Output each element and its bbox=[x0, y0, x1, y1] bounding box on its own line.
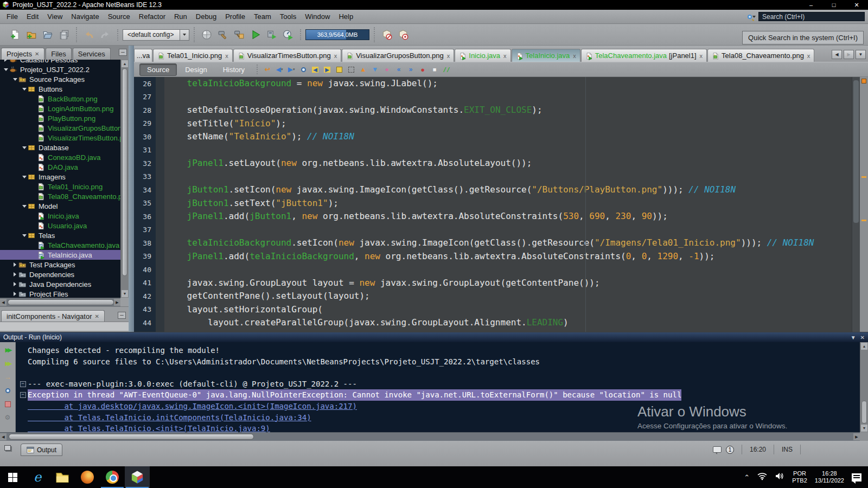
tab-services[interactable]: Services bbox=[73, 48, 111, 60]
tree-collapse-icon[interactable] bbox=[21, 234, 28, 237]
editor-tab-tela08-chaveamento-png[interactable]: Tela08_Chaveamento.pngx bbox=[707, 49, 814, 62]
run-arrow-icon[interactable]: → bbox=[2, 372, 13, 382]
tab-navigator[interactable]: initComponents - Navigator ✕ bbox=[1, 310, 105, 322]
output-horizontal-scrollbar[interactable]: ◀ ▶ bbox=[0, 432, 860, 441]
scrollbar-thumb[interactable] bbox=[122, 68, 127, 276]
action-center-icon[interactable] bbox=[852, 473, 861, 481]
close-tab-icon[interactable]: x bbox=[225, 53, 228, 59]
tree-item-java-dependencies[interactable]: Java Dependencies bbox=[0, 279, 120, 289]
tree-horizontal-scrollbar[interactable]: ◀ ▶ bbox=[0, 298, 120, 306]
tree-item-dao-java[interactable]: DAO.java bbox=[0, 162, 120, 172]
scrollbar-thumb[interactable] bbox=[861, 401, 867, 423]
rerun-icon[interactable]: ▶▶ bbox=[2, 345, 13, 355]
tree-item-conexaobd-java[interactable]: ConexaoBD.java bbox=[0, 152, 120, 162]
tree-item-model[interactable]: Model bbox=[0, 201, 120, 211]
code-editor[interactable]: 26 telaInicioBackground = new javax.swin… bbox=[134, 77, 852, 332]
tree-item-test-packages[interactable]: Test Packages bbox=[0, 260, 120, 269]
minimize-button[interactable]: – bbox=[800, 0, 822, 10]
menu-team[interactable]: Team bbox=[250, 11, 276, 22]
menu-run[interactable]: Run bbox=[170, 11, 192, 22]
stop-macro-icon[interactable]: ■ bbox=[429, 64, 440, 75]
close-tab-icon[interactable]: x bbox=[503, 53, 507, 59]
notifications-icon[interactable] bbox=[713, 446, 722, 453]
build-project-icon[interactable] bbox=[215, 27, 231, 42]
minimize-panel-button[interactable]: ─ bbox=[118, 312, 126, 319]
comment-icon[interactable]: // bbox=[441, 64, 452, 75]
redo-icon[interactable] bbox=[98, 27, 113, 42]
scroll-right-icon[interactable]: ▶ bbox=[853, 433, 860, 440]
tree-item-loginadmbutton-png[interactable]: LoginAdmButton.png bbox=[0, 104, 120, 113]
chrome-taskbar-icon[interactable] bbox=[100, 466, 125, 488]
move-up-icon[interactable]: ▲ bbox=[358, 64, 368, 75]
gc-snapshot-icon[interactable] bbox=[379, 27, 394, 42]
duplicate-icon[interactable]: ● bbox=[381, 64, 392, 75]
error-indicator-icon[interactable] bbox=[861, 79, 866, 84]
fold-toggle-icon[interactable] bbox=[18, 381, 28, 387]
wifi-icon[interactable] bbox=[757, 472, 767, 483]
warning-mark[interactable] bbox=[861, 176, 866, 178]
close-button[interactable]: ✕ bbox=[845, 0, 868, 10]
scrollbar-thumb[interactable] bbox=[853, 80, 859, 223]
stack-trace-link[interactable]: at Telas.TelaInicio.initComponents(TelaI… bbox=[28, 412, 311, 423]
find-in-output-icon[interactable] bbox=[2, 386, 13, 395]
editor-tab-tela01-inicio-png[interactable]: Tela01_Inicio.pngx bbox=[153, 49, 233, 62]
menu-edit[interactable]: Edit bbox=[22, 11, 43, 22]
fold-toggle-icon[interactable] bbox=[18, 392, 28, 398]
tab-files[interactable]: Files bbox=[46, 48, 71, 60]
tree-item-source-packages[interactable]: Source Packages bbox=[0, 74, 120, 84]
file-explorer-taskbar-icon[interactable] bbox=[50, 466, 75, 488]
tree-collapse-icon[interactable] bbox=[21, 88, 28, 91]
tree-item-backbutton-png[interactable]: BackButton.png bbox=[0, 94, 120, 104]
firefox-taskbar-icon[interactable] bbox=[75, 466, 100, 488]
debug-project-icon[interactable] bbox=[264, 27, 279, 42]
tree-item-dependencies[interactable]: Dependencies bbox=[0, 269, 120, 279]
output-settings-icon[interactable]: ⚙ bbox=[2, 413, 13, 422]
rect-selection-icon[interactable] bbox=[346, 64, 356, 75]
tree-item-visualizargruposbutton-png[interactable]: VisualizarGruposButton.png bbox=[0, 123, 120, 133]
gc-profile-icon[interactable] bbox=[395, 27, 411, 42]
menu-help[interactable]: Help bbox=[334, 11, 358, 22]
tree-item-telainicio-java[interactable]: TelaInicio.java bbox=[0, 250, 120, 260]
tree-item-project-files[interactable]: Project Files bbox=[0, 289, 120, 298]
output-console[interactable]: Changes detected - recompiling the modul… bbox=[16, 342, 860, 432]
tree-expand-icon[interactable] bbox=[2, 60, 9, 62]
output-window-button[interactable]: Output bbox=[21, 444, 62, 456]
close-output-icon[interactable]: ✕ bbox=[860, 335, 865, 341]
tree-expand-icon[interactable] bbox=[11, 282, 18, 286]
new-file-icon[interactable] bbox=[8, 27, 23, 42]
clean-build-project-icon[interactable] bbox=[232, 27, 247, 42]
tree-collapse-icon[interactable] bbox=[11, 78, 18, 81]
undo-icon[interactable] bbox=[81, 27, 97, 42]
menu-navigate[interactable]: Navigate bbox=[67, 11, 103, 22]
profile-project-icon[interactable] bbox=[280, 27, 296, 42]
tree-collapse-icon[interactable] bbox=[21, 146, 28, 149]
view-source-button[interactable]: Source bbox=[139, 63, 177, 76]
close-tab-icon[interactable]: x bbox=[447, 53, 450, 59]
tree-collapse-icon[interactable] bbox=[21, 176, 28, 178]
tree-item-tela08-chaveamento-png[interactable]: Tela08_Chaveamento.png bbox=[0, 191, 120, 201]
scroll-left-icon[interactable]: ◀ bbox=[0, 433, 7, 440]
notification-count[interactable]: 1 bbox=[726, 446, 734, 454]
close-tab-icon[interactable]: x bbox=[807, 53, 810, 59]
record-macro-icon[interactable]: ● bbox=[417, 64, 428, 75]
tree-item-tela01-inicio-png[interactable]: Tela01_Inicio.png bbox=[0, 182, 120, 191]
menu-source[interactable]: Source bbox=[104, 11, 135, 22]
prev-occurrence-icon[interactable]: ◀ bbox=[310, 64, 321, 75]
menu-tools[interactable]: Tools bbox=[276, 11, 301, 22]
editor-tab-visualizartimesbutton-png[interactable]: VisualizarTimesButton.pngx bbox=[233, 49, 341, 62]
stack-trace-link[interactable]: at java.desktop/javax.swing.ImageIcon.<i… bbox=[28, 401, 357, 412]
scroll-down-icon[interactable]: ▼ bbox=[861, 425, 867, 432]
config-dropdown[interactable]: <default config> bbox=[123, 29, 189, 41]
tab-list-dropdown-icon[interactable]: ▼ bbox=[856, 50, 866, 59]
menu-file[interactable]: File bbox=[2, 11, 22, 22]
menu-debug[interactable]: Debug bbox=[192, 11, 221, 22]
editor-tab-telainicio-java[interactable]: TelaInicio.javax bbox=[512, 49, 580, 62]
find-icon[interactable] bbox=[298, 64, 309, 75]
output-header[interactable]: Output - Run (Inicio) ▼ ✕ bbox=[0, 332, 868, 342]
scroll-up-icon[interactable]: ▲ bbox=[861, 343, 867, 350]
scroll-tabs-right-icon[interactable]: ▶ bbox=[844, 50, 854, 59]
editor-tab-telachaveamento-java[interactable]: TelaChaveamento.java [jPanel1]x bbox=[581, 49, 707, 62]
scroll-right-icon[interactable]: ▶ bbox=[114, 299, 120, 306]
menu-window[interactable]: Window bbox=[301, 11, 334, 22]
maximize-button[interactable]: □ bbox=[822, 0, 845, 10]
